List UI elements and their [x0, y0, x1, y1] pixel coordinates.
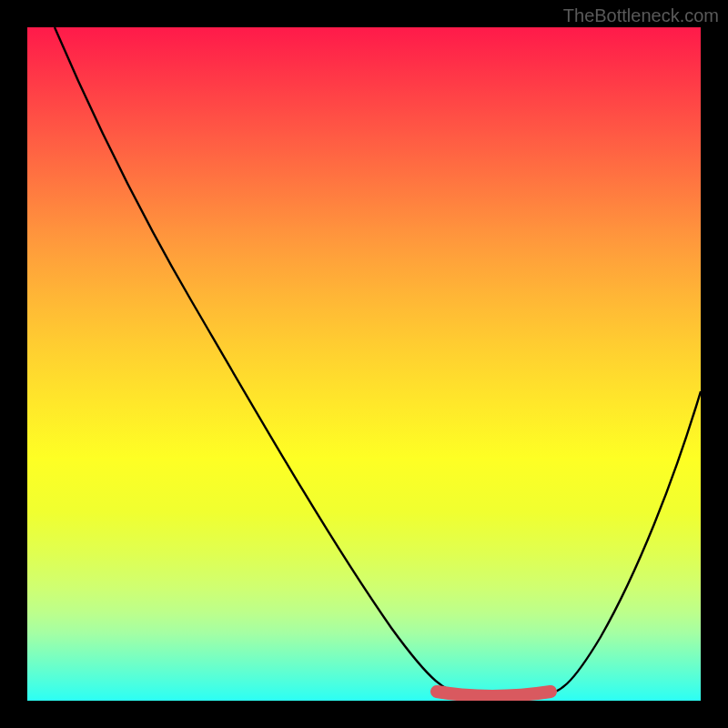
chart-plot-area — [27, 27, 701, 701]
bottleneck-curve-line — [55, 27, 701, 696]
optimal-range-highlight — [437, 692, 551, 696]
chart-svg — [27, 27, 701, 701]
watermark-text: TheBottleneck.com — [563, 5, 719, 26]
